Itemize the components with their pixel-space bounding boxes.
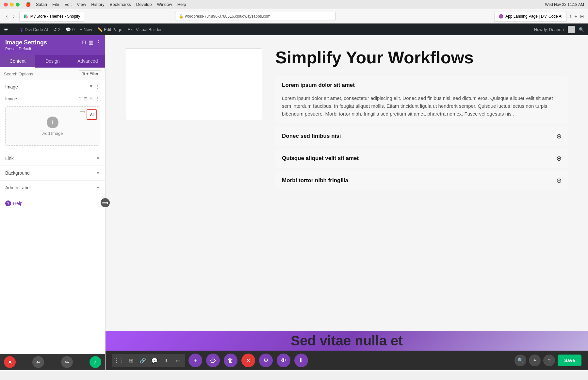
safari-forward-button[interactable]: › (11, 12, 16, 21)
mac-menu-view[interactable]: View (77, 2, 86, 7)
panel-more-icon[interactable]: ⋮ (96, 39, 101, 45)
help-circle-icon: ? (5, 200, 11, 206)
minimize-dot[interactable] (10, 3, 14, 7)
add-image-button[interactable]: + (47, 117, 58, 128)
mac-menu-safari[interactable]: Safari (36, 2, 47, 7)
filter-label: + Filter (86, 71, 98, 76)
close-panel-button[interactable]: ✕ (4, 356, 16, 368)
safari-share-icon[interactable]: ↑ (569, 13, 572, 19)
add-icon: + (80, 27, 82, 32)
image-arrow-icon[interactable]: ↖ (90, 96, 93, 101)
help-toolbar-icon[interactable]: ? (543, 355, 555, 366)
toolbar-right: 🔍 ✦ ? Save (514, 355, 581, 366)
trash-icon: 🗑 (228, 357, 234, 364)
maximize-dot[interactable] (16, 3, 20, 7)
safari-sidebar-icon[interactable]: ⊞ (580, 13, 584, 19)
panel-layout-icon[interactable]: ▦ (89, 39, 93, 45)
tab-design[interactable]: Design (35, 55, 70, 68)
link-section[interactable]: Link ▼ (0, 151, 105, 166)
mac-menu-help[interactable]: Help (177, 2, 186, 7)
close-dot[interactable] (4, 3, 8, 7)
wp-site-name[interactable]: ◎ Divi Code AI (20, 27, 48, 32)
redo-button[interactable]: ↪ (61, 356, 73, 368)
wp-revisions-link[interactable]: ↺ 2 (53, 27, 60, 32)
shopify-tab-favicon: 🛍️ (24, 14, 28, 19)
safari-url-bar[interactable]: 🔒 wordpress-784896-3788616.cloudwaysapps… (175, 12, 336, 21)
save-button[interactable]: Save (558, 355, 581, 366)
wp-exit-builder-link[interactable]: Exit Visual Builder (127, 27, 162, 32)
panel-expand-icon[interactable]: ⊡ (82, 39, 86, 45)
wp-comments-link[interactable]: 💬 0 (66, 27, 74, 32)
settings-button[interactable]: ⚙ (259, 354, 273, 367)
trash-button[interactable]: 🗑 (224, 354, 237, 367)
help-section[interactable]: ? Help (0, 195, 105, 212)
safari-back-button[interactable]: ‹ (4, 12, 9, 21)
toolbar-columns-icon[interactable]: ⫿ (161, 355, 172, 366)
accordion-header-2[interactable]: Quisque aliquet velit sit amet ⊕ (275, 149, 568, 168)
accordion-plus-3[interactable]: ⊕ (556, 177, 562, 184)
mac-menu-history[interactable]: History (91, 2, 104, 7)
pause-button[interactable]: ⏸ (294, 354, 308, 367)
safari-tab-shopify[interactable]: 🛍️ My Store - Themes - Shopify (19, 11, 85, 22)
link-chevron-icon: ▼ (96, 156, 100, 161)
image-help-icon[interactable]: ? (79, 96, 82, 101)
tab-content[interactable]: Content (0, 55, 35, 68)
left-panel: Image Settings Preset: Default ⊡ ▦ ⋮ Con… (0, 35, 106, 370)
tab-advanced[interactable]: Advanced (70, 55, 105, 68)
toolbar-comment-icon[interactable]: 💬 (149, 355, 160, 366)
filter-button[interactable]: ⊞ + Filter (79, 70, 101, 77)
mac-menu-file[interactable]: File (52, 2, 59, 7)
power-button[interactable]: ⏻ (206, 354, 220, 367)
confirm-button[interactable]: ✓ (90, 356, 101, 368)
image-section-header[interactable]: Image ▲ ⋮ (0, 80, 105, 93)
wp-logo[interactable]: ⊕ (4, 26, 8, 32)
mac-menu-window[interactable]: Window (157, 2, 172, 7)
safari-action-buttons[interactable]: ↑ + ⊞ (569, 13, 584, 19)
mac-menu-develop[interactable]: Develop (136, 2, 152, 7)
image-more-icon[interactable]: ⋮ (95, 96, 100, 101)
divi-tab-label: App Landing Page | Divi Code AI (505, 14, 563, 19)
safari-tab-divi[interactable]: 🟣 App Landing Page | Divi Code AI (494, 11, 567, 22)
ai-badge[interactable]: Ai (87, 109, 97, 120)
wp-edit-page-link[interactable]: ✏️ Edit Page (97, 27, 122, 32)
undo-button[interactable]: ↩ (32, 356, 44, 368)
mac-menu[interactable]: 🍎 Safari File Edit View History Bookmark… (25, 2, 186, 7)
content-right: Simplify Your Workflows Lorem ipsum dolo… (275, 48, 568, 318)
image-upload-area[interactable]: Ai ⟹ + Add Image (5, 106, 100, 146)
toolbar-grid-icon[interactable]: ⊞ (126, 355, 136, 366)
ai-badge-label: Ai (90, 113, 94, 117)
image-section-controls: ▲ ⋮ (89, 84, 100, 89)
admin-label-section[interactable]: Admin Label ▼ (0, 181, 105, 195)
image-section-chevron-up[interactable]: ▲ (89, 84, 93, 89)
image-copy-icon[interactable]: ⊡ (84, 96, 88, 101)
wp-search-icon[interactable]: 🔍 (579, 27, 584, 32)
toolbar-section-icon[interactable]: ▭ (173, 355, 183, 366)
resize-handle[interactable]: ⟺ (101, 198, 110, 207)
accordion-header-0[interactable]: Lorem ipsum dolor sit amet (275, 76, 568, 94)
mac-menu-bookmarks[interactable]: Bookmarks (110, 2, 131, 7)
add-element-button[interactable]: + (188, 354, 202, 367)
wp-howdy: Howdy, Deanna (534, 27, 564, 32)
accordion-item-2: Quisque aliquet velit sit amet ⊕ (275, 149, 568, 168)
accordion-header-1[interactable]: Donec sed finibus nisi ⊕ (275, 126, 568, 146)
accordion-plus-2[interactable]: ⊕ (556, 154, 562, 162)
safari-newtab-icon[interactable]: + (574, 13, 577, 19)
wp-new-link[interactable]: + New (80, 27, 92, 32)
close-toolbar-button[interactable]: ✕ (241, 354, 255, 367)
safari-navigation[interactable]: ‹ › (4, 12, 17, 21)
comments-icon: 💬 (66, 27, 71, 32)
accordion-plus-1[interactable]: ⊕ (556, 132, 562, 140)
image-section-more[interactable]: ⋮ (95, 84, 100, 89)
search-toolbar-icon[interactable]: 🔍 (514, 355, 526, 366)
mac-bar: 🍎 Safari File Edit View History Bookmark… (0, 0, 588, 9)
search-options-input[interactable] (4, 71, 79, 76)
mac-menu-apple[interactable]: 🍎 (25, 2, 31, 7)
toolbar-dots-icon[interactable]: ⋮⋮ (114, 355, 124, 366)
accordion-header-3[interactable]: Morbi tortor nibh fringilla ⊕ (275, 171, 568, 190)
mac-traffic-lights[interactable] (4, 3, 20, 7)
mac-menu-edit[interactable]: Edit (64, 2, 72, 7)
eye-button[interactable]: 👁 (277, 354, 290, 367)
wand-toolbar-icon[interactable]: ✦ (529, 355, 541, 366)
background-section[interactable]: Background ▼ (0, 166, 105, 181)
toolbar-link-icon[interactable]: 🔗 (138, 355, 148, 366)
